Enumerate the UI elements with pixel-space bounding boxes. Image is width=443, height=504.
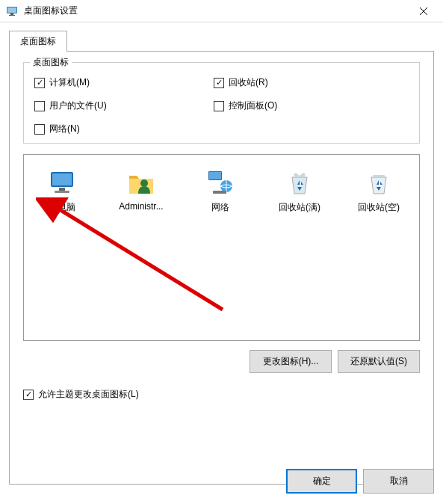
icon-label: Administr... (111, 201, 172, 212)
checkbox[interactable] (23, 390, 34, 400)
checkbox-label: 回收站(R) (229, 76, 268, 89)
icon-buttons-row: 更改图标(H)... 还原默认值(S) (23, 350, 420, 373)
icon-preview-list[interactable]: 此电脑 Administr... (23, 154, 420, 341)
network-icon (205, 168, 235, 198)
checkbox[interactable] (214, 78, 224, 88)
check-computer[interactable]: 计算机(M) (34, 76, 214, 89)
check-controlpanel[interactable]: 控制面板(O) (214, 99, 393, 112)
checkbox-label: 控制面板(O) (229, 99, 277, 112)
icon-label: 网络 (190, 201, 251, 214)
computer-icon (47, 168, 77, 198)
checkbox[interactable] (34, 101, 45, 111)
settings-window: 桌面图标设置 桌面图标 桌面图标 计算机(M) (0, 0, 443, 504)
restore-default-button[interactable]: 还原默认值(S) (338, 350, 420, 373)
icon-recycle-full[interactable]: 回收站(满) (269, 168, 330, 214)
icon-user-folder[interactable]: Administr... (111, 168, 172, 212)
titlebar: 桌面图标设置 (0, 0, 443, 22)
user-folder-icon (126, 168, 156, 198)
content-area: 桌面图标 桌面图标 计算机(M) 回收站(R) 用户的文件(U) (0, 22, 443, 485)
cancel-button[interactable]: 取消 (363, 469, 434, 494)
svg-rect-12 (209, 172, 221, 179)
checkbox-label: 允许主题更改桌面图标(L) (38, 388, 139, 401)
checkbox-label: 用户的文件(U) (49, 99, 107, 112)
svg-rect-1 (7, 7, 16, 13)
window-title: 桌面图标设置 (24, 4, 406, 17)
svg-rect-2 (10, 13, 13, 15)
tab-desktop-icons[interactable]: 桌面图标 (9, 31, 67, 52)
ok-button[interactable]: 确定 (286, 469, 357, 494)
checkbox-label: 网络(N) (49, 123, 80, 135)
dialog-footer: 确定 取消 (286, 469, 434, 494)
icon-network[interactable]: 网络 (190, 168, 251, 214)
svg-point-10 (140, 179, 148, 187)
icon-recycle-empty[interactable]: 回收站(空) (348, 168, 409, 214)
icon-label: 回收站(空) (348, 201, 409, 214)
svg-rect-16 (373, 175, 385, 177)
checkbox[interactable] (34, 78, 45, 88)
allow-theme-check[interactable]: 允许主题更改桌面图标(L) (23, 388, 420, 401)
desktop-icons-group: 桌面图标 计算机(M) 回收站(R) 用户的文件(U) (23, 62, 420, 144)
change-icon-button[interactable]: 更改图标(H)... (250, 350, 332, 373)
group-title: 桌面图标 (30, 56, 72, 69)
app-icon (6, 5, 18, 17)
icon-this-pc[interactable]: 此电脑 (31, 168, 93, 214)
check-userfiles[interactable]: 用户的文件(U) (34, 99, 214, 112)
tabs: 桌面图标 (9, 30, 434, 51)
checkbox[interactable] (34, 124, 45, 135)
svg-rect-8 (59, 188, 65, 191)
svg-rect-7 (52, 173, 72, 185)
icon-label: 回收站(满) (269, 201, 330, 214)
check-network[interactable]: 网络(N) (34, 123, 214, 135)
svg-rect-9 (55, 191, 69, 193)
checkbox[interactable] (214, 101, 224, 111)
check-recycle[interactable]: 回收站(R) (214, 76, 393, 89)
recycle-full-icon (285, 168, 315, 198)
checkbox-grid: 计算机(M) 回收站(R) 用户的文件(U) 控制面板(O) (34, 76, 409, 135)
svg-rect-15 (213, 191, 226, 194)
tab-panel: 桌面图标 计算机(M) 回收站(R) 用户的文件(U) (9, 51, 434, 485)
svg-rect-3 (9, 15, 15, 16)
icon-label: 此电脑 (31, 201, 93, 214)
close-button[interactable] (406, 0, 440, 22)
recycle-empty-icon (364, 168, 394, 198)
checkbox-label: 计算机(M) (49, 76, 90, 89)
